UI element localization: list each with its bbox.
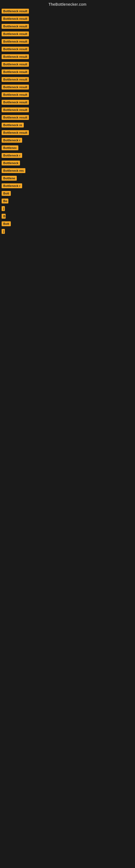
bottleneck-badge: Bott <box>2 221 11 226</box>
bottleneck-badge: Bott <box>2 191 11 196</box>
list-item: Bottleneck result <box>1 54 135 59</box>
list-item: Bottleneck r <box>1 183 135 188</box>
bottleneck-badge: Bottlene <box>2 176 17 181</box>
bottleneck-badge: Bottleneck result <box>2 115 29 120</box>
items-container: Bottleneck resultBottleneck resultBottle… <box>0 8 135 234</box>
list-item: Bottleneck result <box>1 85 135 90</box>
list-item: Bo <box>1 198 135 204</box>
list-item: Bottleneck res <box>1 168 135 173</box>
bottleneck-badge: Bottleneck result <box>2 69 29 74</box>
list-item: Bottleneck result <box>1 9 135 13</box>
bottleneck-badge: Bottleneck res <box>2 168 26 173</box>
list-item: Bottleneck result <box>1 107 135 112</box>
bottleneck-badge: Bottleneck result <box>2 54 29 59</box>
list-item: B <box>1 214 135 219</box>
bottleneck-badge: Bottleneck result <box>2 39 29 44</box>
list-item: Bottleneck r <box>1 138 135 143</box>
list-item: Bottleneck result <box>1 62 135 67</box>
bottleneck-badge: Bottleneck result <box>2 130 29 135</box>
list-item: Bottlenec <box>1 145 135 150</box>
bottleneck-badge: Bottleneck result <box>2 62 29 67</box>
list-item: Bottleneck result <box>1 16 135 21</box>
bottleneck-badge: Bottleneck <box>2 161 20 165</box>
list-item: Bottleneck result <box>1 77 135 82</box>
list-item: Bottleneck result <box>1 46 135 52</box>
site-header: TheBottlenecker.com <box>0 0 135 8</box>
list-item: Bottleneck re <box>1 123 135 127</box>
list-item: | <box>1 206 135 211</box>
bottleneck-badge: Bottleneck result <box>2 92 29 97</box>
bottleneck-badge: Bottlenec <box>2 145 18 150</box>
bottleneck-badge: Bottleneck result <box>2 85 29 90</box>
bottleneck-badge: Bottleneck result <box>2 16 29 21</box>
bottleneck-badge: Bottleneck result <box>2 31 29 36</box>
bottleneck-badge: B <box>2 214 6 219</box>
list-item: Bottleneck result <box>1 92 135 97</box>
bottleneck-badge: Bottleneck result <box>2 9 29 13</box>
bottleneck-badge: Bottleneck r <box>2 153 22 158</box>
list-item: Bottleneck result <box>1 24 135 29</box>
bottleneck-badge: Bottleneck result <box>2 100 29 105</box>
list-item: Bottleneck result <box>1 100 135 105</box>
bottleneck-badge: Bottleneck result <box>2 46 29 52</box>
list-item: Bottleneck result <box>1 130 135 135</box>
bottleneck-badge: | <box>2 206 5 211</box>
bottleneck-badge: Bottleneck re <box>2 123 24 127</box>
bottleneck-badge: Bottleneck r <box>2 183 22 188</box>
list-item: Bottleneck <box>1 161 135 165</box>
list-item: Bottleneck result <box>1 31 135 36</box>
bottleneck-badge: Bottleneck result <box>2 24 29 29</box>
bottleneck-badge: Bottleneck result <box>2 107 29 112</box>
bottleneck-badge: Bo <box>2 198 8 204</box>
list-item: | <box>1 229 135 234</box>
list-item: Bottleneck r <box>1 153 135 158</box>
list-item: Bottleneck result <box>1 39 135 44</box>
bottleneck-badge: | <box>2 229 5 234</box>
site-title: TheBottlenecker.com <box>0 0 135 8</box>
list-item: Bottlene <box>1 176 135 181</box>
list-item: Bott <box>1 221 135 226</box>
list-item: Bottleneck result <box>1 69 135 74</box>
bottleneck-badge: Bottleneck result <box>2 77 29 82</box>
bottleneck-badge: Bottleneck r <box>2 138 22 143</box>
list-item: Bott <box>1 191 135 196</box>
list-item: Bottleneck result <box>1 115 135 120</box>
